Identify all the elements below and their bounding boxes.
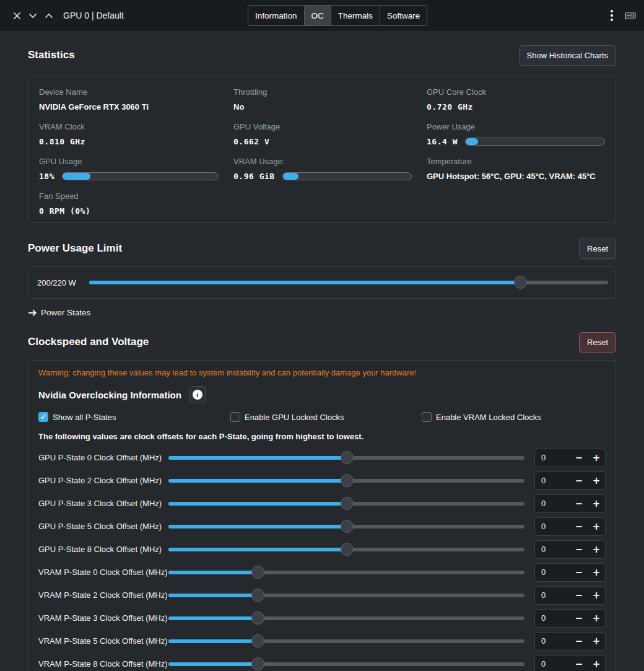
checkbox-box-icon: ✓ xyxy=(38,412,48,422)
spinbox-value[interactable]: 0 xyxy=(535,522,570,531)
pstate-offset-label: VRAM P-State 2 Clock Offset (MHz) xyxy=(38,590,168,600)
info-button[interactable]: i xyxy=(189,386,206,403)
power-states-link[interactable]: Power States xyxy=(28,308,616,317)
pstate-slider-handle[interactable] xyxy=(251,657,264,670)
spinbox-decrement-button[interactable]: − xyxy=(570,656,588,671)
pstate-slider-handle[interactable] xyxy=(251,612,264,625)
pstate-offset-slider[interactable] xyxy=(168,496,524,511)
spinbox-decrement-button[interactable]: − xyxy=(570,587,588,604)
spinbox-value[interactable]: 0 xyxy=(535,659,570,669)
stat-vram-usage: VRAM Usage: 0.96 GiB xyxy=(233,157,427,181)
pstate-offset-spinbox[interactable]: 0 − + xyxy=(534,471,606,490)
pstate-options-row: ✓ Show all P-States ✓ Enable GPU Locked … xyxy=(38,412,606,426)
spinbox-decrement-button[interactable]: − xyxy=(570,449,588,467)
checkbox-label: Show all P-States xyxy=(53,413,116,422)
pstate-slider-handle[interactable] xyxy=(341,474,354,487)
spinbox-decrement-button[interactable]: − xyxy=(570,518,588,535)
pstate-offset-slider[interactable] xyxy=(168,657,524,671)
power-limit-slider-handle[interactable] xyxy=(514,276,527,289)
stat-power-usage: Power Usage 16.4 W xyxy=(427,122,605,146)
spinbox-increment-button[interactable]: + xyxy=(588,587,605,604)
pstate-offset-label: GPU P-State 0 Clock Offset (MHz) xyxy=(38,453,168,462)
statistics-panel: Device Name NVIDIA GeForce RTX 3060 Ti T… xyxy=(28,76,616,223)
pstate-slider-handle[interactable] xyxy=(341,543,354,556)
pstate-offset-slider[interactable] xyxy=(168,450,524,465)
spinbox-value[interactable]: 0 xyxy=(535,499,570,508)
spinbox-decrement-button[interactable]: − xyxy=(570,610,588,627)
pstate-offset-slider[interactable] xyxy=(168,542,524,557)
spinbox-value[interactable]: 0 xyxy=(535,636,570,646)
spinbox-value[interactable]: 0 xyxy=(535,568,570,577)
pstate-slider-handle[interactable] xyxy=(341,520,354,533)
pstate-offset-row: VRAM P-State 8 Clock Offset (MHz) 0 − + xyxy=(38,652,606,671)
pstate-offset-row: GPU P-State 5 Clock Offset (MHz) 0 − + xyxy=(38,515,606,538)
pstate-offset-spinbox[interactable]: 0 − + xyxy=(534,517,606,536)
pstate-slider-handle[interactable] xyxy=(341,451,354,464)
power-limit-slider[interactable] xyxy=(89,275,608,290)
spinbox-value[interactable]: 0 xyxy=(535,545,570,554)
spinbox-increment-button[interactable]: + xyxy=(588,472,605,489)
pstate-offset-slider[interactable] xyxy=(168,634,524,649)
spinbox-decrement-button[interactable]: − xyxy=(570,564,588,581)
spinbox-decrement-button[interactable]: − xyxy=(570,541,588,558)
stat-gpu-usage: GPU Usage 18% xyxy=(39,157,233,181)
spinbox-value[interactable]: 0 xyxy=(535,476,570,485)
spinbox-increment-button[interactable]: + xyxy=(588,610,605,627)
pstate-slider-handle[interactable] xyxy=(251,566,264,579)
stat-gpu-voltage: GPU Voltage 0.662 V xyxy=(233,122,427,146)
spinbox-value[interactable]: 0 xyxy=(535,590,570,600)
spinbox-value[interactable]: 0 xyxy=(535,453,570,462)
spinbox-increment-button[interactable]: + xyxy=(588,518,605,535)
power-limit-value: 200/220 W xyxy=(36,278,89,287)
pstate-offset-spinbox[interactable]: 0 − + xyxy=(534,609,606,628)
checkbox-box-icon: ✓ xyxy=(422,412,432,422)
pstate-offset-list: GPU P-State 0 Clock Offset (MHz) 0 − + G… xyxy=(38,446,606,671)
close-icon[interactable] xyxy=(9,7,25,24)
chevron-up-icon[interactable] xyxy=(41,7,57,24)
checkbox-show-all-p-states[interactable]: ✓ Show all P-States xyxy=(38,412,116,422)
spinbox-increment-button[interactable]: + xyxy=(588,633,605,650)
power-limit-reset-button[interactable]: Reset xyxy=(579,239,616,259)
tab-thermals[interactable]: Thermals xyxy=(331,6,380,25)
spinbox-increment-button[interactable]: + xyxy=(588,495,605,512)
spinbox-increment-button[interactable]: + xyxy=(588,449,605,467)
power-limit-heading: Power Usage Limit xyxy=(28,242,122,255)
checkbox-label: Enable GPU Locked Clocks xyxy=(245,413,344,422)
pstate-slider-handle[interactable] xyxy=(251,634,264,647)
pstate-slider-handle[interactable] xyxy=(251,589,264,602)
spinbox-decrement-button[interactable]: − xyxy=(570,472,588,489)
pstate-offset-slider[interactable] xyxy=(168,519,524,534)
pstate-offset-spinbox[interactable]: 0 − + xyxy=(534,449,606,467)
checkbox-enable-gpu-locked-clocks[interactable]: ✓ Enable GPU Locked Clocks xyxy=(230,412,344,422)
spinbox-value[interactable]: 0 xyxy=(535,613,570,623)
pstate-offset-spinbox[interactable]: 0 − + xyxy=(534,540,606,559)
vram-usage-bar xyxy=(282,172,412,180)
stat-device-name: Device Name NVIDIA GeForce RTX 3060 Ti xyxy=(39,87,233,112)
pstate-offset-slider[interactable] xyxy=(168,611,524,626)
pstate-offset-spinbox[interactable]: 0 − + xyxy=(534,655,606,671)
show-historical-charts-button[interactable]: Show Historical Charts xyxy=(519,45,617,66)
chevron-down-icon[interactable] xyxy=(25,7,41,24)
spinbox-increment-button[interactable]: + xyxy=(588,656,605,671)
pstate-offset-slider[interactable] xyxy=(168,565,524,580)
clockspeed-reset-button[interactable]: Reset xyxy=(579,332,616,353)
checkbox-box-icon: ✓ xyxy=(230,412,240,422)
titlebar: GPU 0 | Default InformationOCThermalsSof… xyxy=(0,0,644,31)
spinbox-increment-button[interactable]: + xyxy=(588,541,605,558)
menu-kebab-icon[interactable] xyxy=(608,7,616,24)
pstate-slider-handle[interactable] xyxy=(341,497,354,510)
tab-oc[interactable]: OC xyxy=(305,6,331,25)
clockspeed-panel: Warning: changing these values may lead … xyxy=(28,360,616,671)
tab-software[interactable]: Software xyxy=(380,6,427,25)
spinbox-decrement-button[interactable]: − xyxy=(570,495,588,512)
pstate-offset-spinbox[interactable]: 0 − + xyxy=(534,494,606,513)
pstate-offset-spinbox[interactable]: 0 − + xyxy=(534,563,606,582)
pstate-offset-spinbox[interactable]: 0 − + xyxy=(534,586,606,605)
spinbox-increment-button[interactable]: + xyxy=(588,564,605,581)
spinbox-decrement-button[interactable]: − xyxy=(570,633,588,650)
tab-information[interactable]: Information xyxy=(248,6,305,25)
checkbox-enable-vram-locked-clocks[interactable]: ✓ Enable VRAM Locked Clocks xyxy=(422,412,541,422)
pstate-offset-slider[interactable] xyxy=(168,473,524,488)
pstate-offset-slider[interactable] xyxy=(168,588,524,603)
pstate-offset-spinbox[interactable]: 0 − + xyxy=(534,632,606,651)
